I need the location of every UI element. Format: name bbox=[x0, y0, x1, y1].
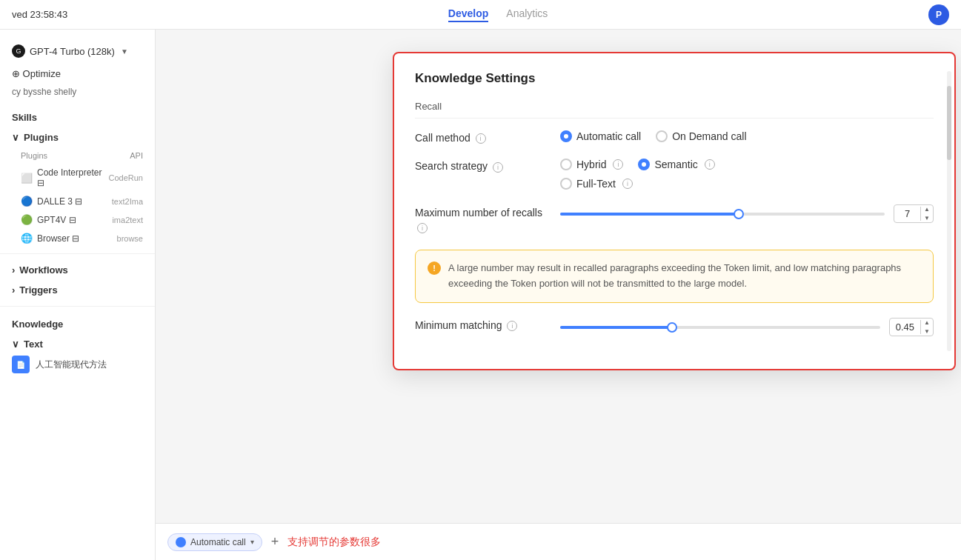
tab-develop[interactable]: Develop bbox=[448, 7, 488, 22]
min-matching-row: Minimum matching i 0.45 ▲ ▼ bbox=[415, 318, 934, 336]
plugins-group-header[interactable]: ∨ Plugins bbox=[0, 127, 155, 147]
plugins-label: Plugins bbox=[24, 132, 59, 143]
fulltext-info-icon[interactable]: i bbox=[622, 179, 633, 189]
triggers-group-header[interactable]: › Triggers bbox=[0, 280, 155, 300]
chevron-down-icon: ▾ bbox=[250, 538, 254, 546]
min-matching-value[interactable]: 0.45 bbox=[890, 320, 921, 334]
list-item[interactable]: 🔵 DALLE 3 ⊟ text2Ima bbox=[0, 192, 155, 210]
semantic-label: Semantic bbox=[654, 159, 697, 170]
max-recalls-slider-control: 7 ▲ ▼ bbox=[560, 204, 934, 223]
fulltext-label: Full-Text bbox=[576, 178, 616, 190]
min-matching-info-icon[interactable]: i bbox=[507, 321, 517, 331]
on-demand-call-option[interactable]: On Demand call bbox=[656, 130, 746, 142]
min-matching-down-arrow[interactable]: ▼ bbox=[921, 327, 933, 336]
model-icon: G bbox=[12, 44, 25, 58]
plugin-api-label: ima2text bbox=[112, 216, 143, 224]
min-matching-arrows: ▲ ▼ bbox=[921, 319, 933, 336]
search-strategy-top-row: Hybrid i Semantic i bbox=[560, 159, 715, 170]
plugin-api-label: CodeRun bbox=[109, 173, 143, 182]
divider bbox=[0, 306, 155, 307]
call-method-badge[interactable]: Automatic call ▾ bbox=[167, 533, 262, 551]
plugin-api-label: browse bbox=[117, 234, 143, 243]
chevron-right-icon: › bbox=[12, 264, 15, 276]
max-recalls-label: Maximum number of recalls i bbox=[415, 204, 548, 235]
workflows-label: Workflows bbox=[19, 264, 68, 276]
plugin-api-label: text2Ima bbox=[112, 197, 143, 206]
max-recalls-slider-thumb[interactable] bbox=[734, 209, 744, 219]
add-button[interactable]: + bbox=[271, 534, 279, 550]
knowledge-section: Knowledge ∨ Text 📄 人工智能现代方法 bbox=[0, 313, 155, 382]
search-strategy-control: Hybrid i Semantic i bbox=[560, 159, 715, 190]
fulltext-option[interactable]: Full-Text i bbox=[560, 178, 715, 190]
search-strategy-row: Search strategy i Hybrid i bbox=[415, 159, 934, 190]
user-label: cy bysshe shelly bbox=[0, 84, 155, 103]
max-recalls-slider-track[interactable] bbox=[560, 213, 885, 216]
call-method-row: Call method i Automatic call On Demand c… bbox=[415, 130, 934, 144]
min-matching-slider-track[interactable] bbox=[560, 326, 880, 329]
bottom-bar: Automatic call ▾ + 支持调节的参数很多 bbox=[156, 523, 961, 560]
list-item[interactable]: ⬜ Code Interpreter ⊟ CodeRun bbox=[0, 164, 155, 192]
list-item[interactable]: 🟢 GPT4V ⊟ ima2text bbox=[0, 210, 155, 229]
min-matching-up-arrow[interactable]: ▲ bbox=[921, 319, 933, 327]
on-demand-call-label: On Demand call bbox=[672, 130, 746, 142]
call-method-control: Automatic call On Demand call bbox=[560, 130, 934, 142]
recall-section-label: Recall bbox=[415, 101, 934, 119]
chevron-down-icon: ∨ bbox=[12, 132, 19, 143]
optimize-label: ⊕ Optimize bbox=[12, 68, 61, 79]
search-strategy-label: Search strategy i bbox=[415, 159, 548, 172]
hybrid-radio[interactable] bbox=[560, 159, 572, 170]
semantic-info-icon[interactable]: i bbox=[705, 159, 715, 170]
bottom-annotation: 支持调节的参数很多 bbox=[287, 536, 381, 549]
knowledge-settings-modal: Knowledge Settings Recall Call method i … bbox=[393, 52, 956, 370]
semantic-option[interactable]: Semantic i bbox=[638, 159, 714, 170]
main-content: Automatic call ▾ + 支持调节的参数很多 Knowledge S… bbox=[156, 30, 961, 560]
semantic-radio[interactable] bbox=[638, 159, 650, 170]
hybrid-option[interactable]: Hybrid i bbox=[560, 159, 623, 170]
automatic-call-radio[interactable] bbox=[560, 130, 572, 142]
hybrid-info-icon[interactable]: i bbox=[613, 159, 623, 170]
max-recalls-value-box: 7 ▲ ▼ bbox=[894, 204, 934, 223]
call-icon bbox=[176, 537, 186, 547]
knowledge-list-item[interactable]: 📄 人工智能现代方法 bbox=[12, 353, 143, 376]
triggers-label: Triggers bbox=[19, 284, 57, 296]
model-name: GPT-4 Turbo (128k) bbox=[30, 46, 115, 57]
max-recalls-info-icon[interactable]: i bbox=[417, 223, 428, 233]
knowledge-item-icon: 📄 bbox=[12, 356, 30, 373]
max-recalls-up-arrow[interactable]: ▲ bbox=[921, 205, 933, 214]
workflows-group-header[interactable]: › Workflows bbox=[0, 260, 155, 280]
automatic-call-option[interactable]: Automatic call bbox=[560, 130, 641, 142]
max-recalls-value[interactable]: 7 bbox=[894, 207, 921, 221]
min-matching-slider-thumb[interactable] bbox=[667, 322, 677, 333]
call-badge-label: Automatic call bbox=[190, 537, 246, 547]
plugin-name-label: GPT4V ⊟ bbox=[37, 215, 76, 225]
modal-overlay: Knowledge Settings Recall Call method i … bbox=[156, 30, 961, 560]
min-matching-slider-control: 0.45 ▲ ▼ bbox=[560, 318, 934, 336]
list-item[interactable]: 🌐 Browser ⊟ browse bbox=[0, 229, 155, 247]
skills-label: Skills bbox=[0, 103, 155, 127]
search-strategy-bottom-row: Full-Text i bbox=[560, 178, 715, 190]
divider bbox=[0, 253, 155, 254]
on-demand-call-radio[interactable] bbox=[656, 130, 668, 142]
modal-scrollbar-thumb[interactable] bbox=[947, 86, 951, 160]
warning-icon: ! bbox=[428, 261, 441, 275]
plugins-columns: Plugins API bbox=[0, 147, 155, 164]
search-strategy-info-icon[interactable]: i bbox=[493, 162, 503, 173]
min-matching-label: Minimum matching i bbox=[415, 318, 548, 331]
knowledge-title: Knowledge bbox=[12, 319, 143, 330]
top-bar-right: P bbox=[928, 4, 949, 25]
text-group-header[interactable]: ∨ Text bbox=[12, 336, 143, 353]
model-selector[interactable]: G GPT-4 Turbo (128k) ▼ bbox=[0, 39, 155, 64]
call-method-info-icon[interactable]: i bbox=[476, 133, 486, 144]
optimize-button[interactable]: ⊕ Optimize bbox=[0, 64, 155, 84]
warning-text: A large number may result in recalled pa… bbox=[448, 261, 921, 292]
max-recalls-arrows: ▲ ▼ bbox=[921, 205, 933, 222]
modal-scrollbar[interactable] bbox=[947, 71, 951, 351]
fulltext-radio[interactable] bbox=[560, 178, 572, 190]
max-recalls-down-arrow[interactable]: ▼ bbox=[921, 214, 933, 223]
tab-analytics[interactable]: Analytics bbox=[506, 7, 548, 22]
top-bar-tabs: Develop Analytics bbox=[448, 7, 548, 22]
top-bar-time: ved 23:58:43 bbox=[12, 9, 67, 20]
min-matching-value-box: 0.45 ▲ ▼ bbox=[889, 318, 934, 336]
chevron-down-icon: ▼ bbox=[121, 47, 128, 56]
avatar[interactable]: P bbox=[928, 4, 949, 25]
